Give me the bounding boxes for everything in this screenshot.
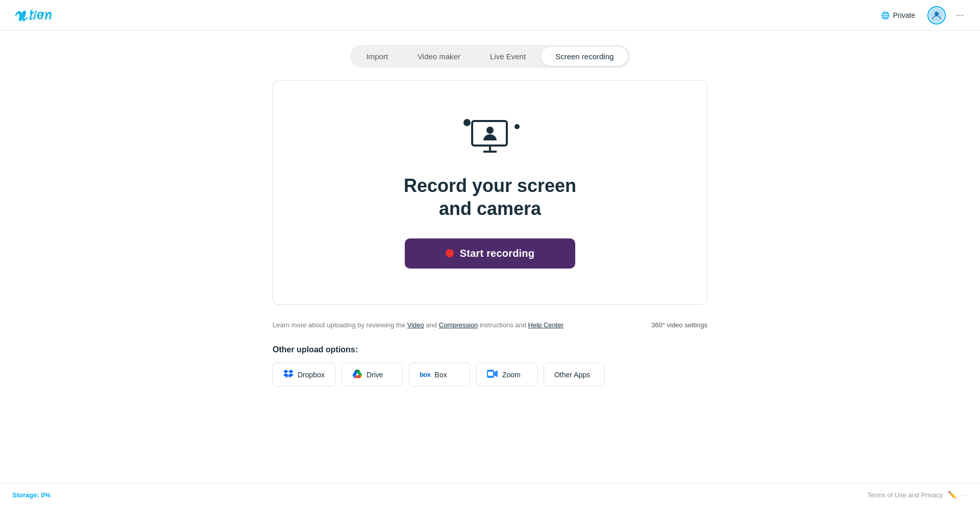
box-label: Box (435, 371, 447, 379)
svg-rect-6 (488, 372, 493, 376)
drive-label: Drive (366, 371, 383, 379)
recording-card: Record your screen and camera Start reco… (273, 80, 707, 305)
private-label: Private (893, 11, 915, 19)
monitor-icon (467, 117, 513, 155)
dropbox-label: Dropbox (298, 371, 325, 379)
dot-top-right (514, 124, 520, 129)
start-recording-label: Start recording (460, 248, 534, 259)
drive-icon (352, 369, 362, 380)
svg-point-4 (486, 127, 494, 134)
vimeo-logo (12, 8, 53, 22)
other-apps-button[interactable]: Other Apps (544, 363, 605, 387)
box-icon: box (420, 371, 431, 378)
record-dot-icon (446, 249, 454, 257)
main-content: Record your screen and camera Start reco… (260, 80, 720, 397)
box-button[interactable]: box Box (409, 363, 470, 387)
tab-import[interactable]: Import (352, 47, 403, 66)
tab-nav-inner: Import Video maker Live Event Screen rec… (350, 45, 630, 68)
footer-info-left: Learn more about uploading by reviewing … (273, 321, 564, 329)
tab-navigation: Import Video maker Live Event Screen rec… (0, 31, 980, 80)
upload-options-grid: Dropbox Drive box (273, 363, 707, 387)
dot-top-left (463, 119, 471, 126)
header: 🌐 Private ··· (0, 0, 980, 31)
zoom-button[interactable]: Zoom (476, 363, 537, 387)
bottom-bar: Storage: 0% Terms of Use and Privacy ✏️ … (0, 483, 980, 506)
avatar-inner (929, 8, 944, 22)
footer-settings-link[interactable]: 360° video settings (651, 321, 707, 329)
footer-info: Learn more about uploading by reviewing … (273, 315, 707, 341)
svg-point-0 (935, 12, 939, 16)
screen-icon-wrapper (459, 117, 521, 158)
help-center-link[interactable]: Help Center (528, 321, 564, 329)
user-avatar[interactable] (927, 6, 946, 25)
main-heading: Record your screen and camera (404, 174, 576, 220)
tab-live-event[interactable]: Live Event (476, 47, 540, 66)
more-bottom-icon[interactable]: ··· (962, 491, 968, 499)
more-options-button[interactable]: ··· (952, 8, 968, 22)
video-link[interactable]: Video (407, 321, 424, 329)
zoom-icon (487, 370, 498, 379)
edit-icon: ✏️ (948, 491, 957, 499)
dropbox-icon (283, 369, 293, 380)
storage-value: 0% (41, 491, 51, 499)
other-apps-label: Other Apps (554, 371, 590, 379)
dropbox-button[interactable]: Dropbox (273, 363, 335, 387)
drive-button[interactable]: Drive (341, 363, 403, 387)
header-right: 🌐 Private ··· (875, 6, 968, 25)
start-recording-button[interactable]: Start recording (405, 238, 575, 269)
tab-screen-recording[interactable]: Screen recording (541, 47, 628, 66)
zoom-label: Zoom (502, 371, 521, 379)
private-button[interactable]: 🌐 Private (875, 8, 921, 22)
terms-link[interactable]: Terms of Use and Privacy (867, 491, 943, 499)
compression-link[interactable]: Compression (439, 321, 478, 329)
bottom-right: Terms of Use and Privacy ✏️ ··· (867, 491, 968, 499)
upload-options-section: Other upload options: Dropbox (273, 341, 707, 397)
globe-icon: 🌐 (881, 11, 890, 19)
upload-options-title: Other upload options: (273, 345, 707, 354)
storage-info: Storage: 0% (12, 491, 51, 499)
tab-video-maker[interactable]: Video maker (403, 47, 475, 66)
